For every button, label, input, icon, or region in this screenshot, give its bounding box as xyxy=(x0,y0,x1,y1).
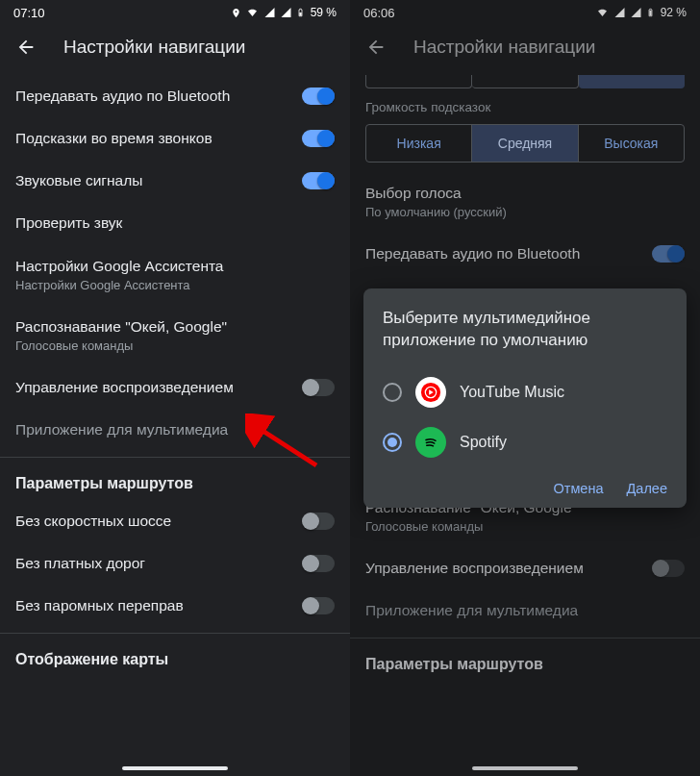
next-button[interactable]: Далее xyxy=(627,481,667,496)
app-bar: Настройки навигации xyxy=(0,25,350,75)
location-icon xyxy=(231,7,241,19)
volume-high[interactable]: Высокая xyxy=(579,125,684,162)
dialog-actions: Отмена Далее xyxy=(383,467,667,496)
row-sublabel: Голосовые команды xyxy=(15,338,227,355)
row-sublabel: Настройки Google Ассистента xyxy=(15,278,224,294)
row-playback-control[interactable]: Управление воспроизведением xyxy=(350,547,700,589)
dialog-title: Выберите мультимедийное приложение по ум… xyxy=(383,308,667,352)
row-bluetooth-audio[interactable]: Передавать аудио по Bluetooth xyxy=(350,233,700,275)
row-media-app[interactable]: Приложение для мультимедиа xyxy=(0,409,350,451)
back-button[interactable] xyxy=(365,37,387,58)
battery-text: 59 % xyxy=(311,6,337,19)
option-label: Spotify xyxy=(460,434,507,451)
settings-list: Передавать аудио по Bluetooth Подсказки … xyxy=(0,75,350,759)
volume-segment: Низкая Средняя Высокая xyxy=(365,124,685,163)
status-bar: 06:06 92 % xyxy=(350,0,700,25)
signal-icon-2 xyxy=(280,7,292,18)
page-title: Настройки навигации xyxy=(63,37,245,58)
dialog-option-spotify[interactable]: Spotify xyxy=(383,417,667,467)
youtube-music-icon xyxy=(415,377,446,408)
nav-pill[interactable] xyxy=(472,766,578,770)
nav-pill[interactable] xyxy=(122,766,228,770)
row-label: Настройки Google Ассистента xyxy=(15,257,224,276)
row-bluetooth-audio[interactable]: Передавать аудио по Bluetooth xyxy=(0,75,350,117)
row-playback-control[interactable]: Управление воспроизведением xyxy=(0,366,350,409)
row-assistant-settings[interactable]: Настройки Google Ассистента Настройки Go… xyxy=(0,245,350,306)
volume-mid[interactable]: Средняя xyxy=(472,125,578,162)
status-bar: 07:10 59 % xyxy=(0,0,350,25)
row-sublabel: Голосовые команды xyxy=(365,519,577,536)
row-no-highways[interactable]: Без скоростных шоссе xyxy=(0,500,350,542)
section-map-title: Отображение карты xyxy=(0,634,350,676)
toggle-no-tolls[interactable] xyxy=(302,555,335,572)
row-sublabel: По умолчанию (русский) xyxy=(365,205,507,221)
row-label: Передавать аудио по Bluetooth xyxy=(365,244,580,263)
row-label: Передавать аудио по Bluetooth xyxy=(15,87,230,106)
volume-label: Громкость подсказок xyxy=(350,98,700,124)
section-routes-title: Параметры маршрутов xyxy=(0,458,350,500)
page-title: Настройки навигации xyxy=(413,37,595,58)
toggle-no-ferries[interactable] xyxy=(302,597,335,614)
nav-bar xyxy=(0,759,350,776)
wifi-icon xyxy=(245,7,260,18)
status-icons: 59 % xyxy=(231,6,337,19)
row-sound-signals[interactable]: Звуковые сигналы xyxy=(0,160,350,202)
row-test-sound[interactable]: Проверить звук xyxy=(0,202,350,244)
app-bar: Настройки навигации xyxy=(350,25,700,75)
nav-bar xyxy=(350,759,700,776)
volume-low[interactable]: Низкая xyxy=(366,125,472,162)
signal-icon xyxy=(263,7,276,18)
partial-segment-row xyxy=(350,75,700,98)
toggle-playback-control[interactable] xyxy=(652,560,685,577)
status-time: 06:06 xyxy=(363,6,395,20)
toggle-call-hints[interactable] xyxy=(302,130,335,147)
row-label: Без паромных переправ xyxy=(15,596,184,615)
svg-rect-2 xyxy=(649,11,651,16)
section-routes-title: Параметры маршрутов xyxy=(350,638,700,681)
battery-text: 92 % xyxy=(661,6,687,19)
cancel-button[interactable]: Отмена xyxy=(553,481,603,496)
row-label: Управление воспроизведением xyxy=(365,559,584,578)
row-label: Звуковые сигналы xyxy=(15,171,142,190)
row-label: Распознавание "Окей, Google" xyxy=(15,317,227,337)
signal-icon-2 xyxy=(630,7,642,18)
row-no-ferries[interactable]: Без паромных переправ xyxy=(0,585,350,627)
radio-selected[interactable] xyxy=(383,433,402,452)
status-icons: 92 % xyxy=(595,6,687,19)
back-button[interactable] xyxy=(15,37,37,58)
phone-right: 06:06 92 % Настройки навигации Громкость… xyxy=(350,0,700,776)
battery-icon xyxy=(646,6,655,19)
row-call-hints[interactable]: Подсказки во время звонков xyxy=(0,117,350,160)
row-label: Без скоростных шоссе xyxy=(15,512,171,531)
row-label: Выбор голоса xyxy=(365,184,507,203)
option-label: YouTube Music xyxy=(460,384,564,401)
row-label: Приложение для мультимедиа xyxy=(15,420,228,439)
row-voice-select[interactable]: Выбор голоса По умолчанию (русский) xyxy=(350,172,700,233)
row-label: Без платных дорог xyxy=(15,554,145,573)
row-label: Подсказки во время звонков xyxy=(15,129,212,148)
row-media-app[interactable]: Приложение для мультимедиа xyxy=(350,589,700,632)
spotify-icon xyxy=(415,427,446,458)
row-no-tolls[interactable]: Без платных дорог xyxy=(0,542,350,585)
row-label: Управление воспроизведением xyxy=(15,378,234,397)
battery-icon xyxy=(296,6,305,19)
toggle-bluetooth-audio[interactable] xyxy=(302,88,335,105)
radio-unselected[interactable] xyxy=(383,383,402,402)
phone-left: 07:10 59 % Настройки навигации Передават… xyxy=(0,0,350,776)
svg-rect-0 xyxy=(299,13,301,15)
dialog-option-youtube-music[interactable]: YouTube Music xyxy=(383,367,667,417)
status-time: 07:10 xyxy=(13,6,45,20)
signal-icon xyxy=(613,7,626,18)
media-app-dialog: Выберите мультимедийное приложение по ум… xyxy=(363,288,687,508)
toggle-no-highways[interactable] xyxy=(302,513,335,530)
row-label: Приложение для мультимедиа xyxy=(365,601,578,620)
toggle-bluetooth-audio[interactable] xyxy=(652,245,685,263)
wifi-icon xyxy=(595,7,610,18)
row-ok-google[interactable]: Распознавание "Окей, Google" Голосовые к… xyxy=(0,306,350,366)
row-label: Проверить звук xyxy=(15,213,122,233)
toggle-playback-control[interactable] xyxy=(302,379,335,396)
toggle-sound-signals[interactable] xyxy=(302,172,335,189)
